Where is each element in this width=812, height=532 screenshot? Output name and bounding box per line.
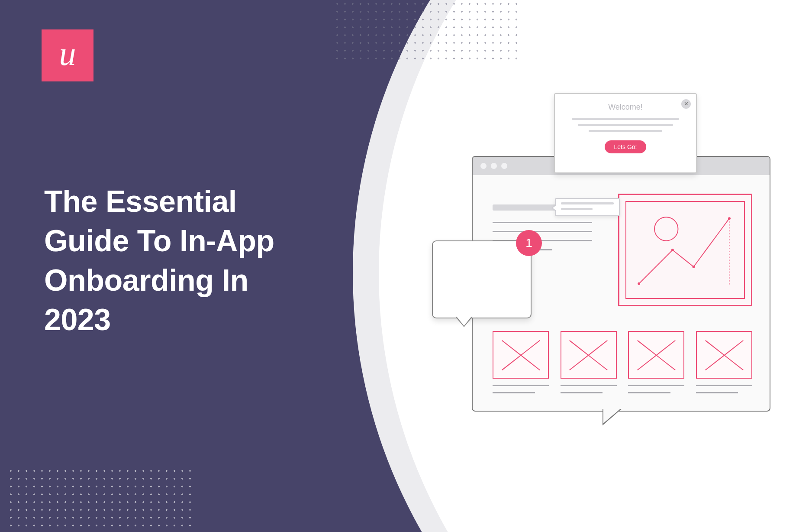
brand-logo-letter: u [59,37,76,71]
chat-bubble: 1 [432,240,532,318]
wireframe-card [696,331,752,393]
hero-banner: u The Essential Guide To In-App Onboardi… [0,0,812,532]
title-line: 2023 [44,303,111,337]
wireframe-line [493,231,592,232]
wireframe-line [493,385,549,386]
wireframe-card [493,331,549,393]
wireframe-line [696,392,738,393]
dot-grid-bottom-left [7,467,193,532]
illustration-group: ✕ Welcome! Lets Go! 1 [459,123,770,435]
wireframe-line [561,392,603,393]
wireframe-card-thumb [493,331,549,379]
wireframe-line [561,385,617,386]
title-line: Guide To In-App [44,224,274,258]
wireframe-card-thumb [696,331,752,379]
wireframe-line [572,118,679,120]
svg-point-0 [654,217,678,240]
wireframe-line [589,130,662,132]
brand-logo: u [42,29,93,81]
wireframe-image-frame [618,194,752,306]
wireframe-card-thumb [628,331,684,379]
window-dot-icon [480,163,487,169]
wireframe-line [696,385,752,386]
modal-title: Welcome! [564,103,686,112]
title-line: The Essential [44,185,237,218]
wireframe-card-row [493,331,752,393]
notification-badge: 1 [516,230,542,256]
tooltip-wireframe [555,198,620,216]
lets-go-button[interactable]: Lets Go! [605,140,647,153]
window-speech-tail-icon [603,409,622,425]
wireframe-card-thumb [561,331,617,379]
wireframe-heading-placeholder [493,204,557,211]
svg-point-3 [693,266,695,268]
wireframe-line [628,385,684,386]
mountain-chart-icon [626,202,744,298]
title-line: Onboarding In [44,263,248,297]
close-icon[interactable]: ✕ [681,99,691,109]
chat-tail-icon [455,317,473,327]
window-dot-icon [501,163,507,169]
wireframe-line [493,222,592,223]
window-dot-icon [491,163,497,169]
wireframe-card [561,331,617,393]
wireframe-line [628,392,670,393]
wireframe-line [493,392,535,393]
svg-point-2 [671,249,674,251]
dot-grid-top-right [333,0,519,65]
wireframe-image-inner [625,201,745,299]
wireframe-card [628,331,684,393]
svg-point-1 [638,282,640,285]
hero-title: The Essential Guide To In-App Onboarding… [44,182,274,340]
wireframe-line [561,202,614,204]
wireframe-line [578,124,673,126]
wireframe-line [561,208,593,210]
welcome-modal: ✕ Welcome! Lets Go! [554,93,697,173]
